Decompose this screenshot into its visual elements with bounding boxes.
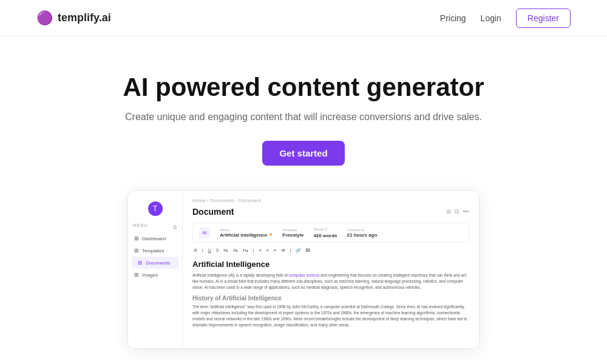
content-link[interactable]: computer science (289, 273, 320, 277)
sidebar-menu-label: MENU (133, 222, 148, 232)
doc-content-body-2: The term "artificial intelligence" was f… (192, 304, 469, 328)
documents-icon: ⊞ (138, 260, 143, 266)
meta-words: Words ⓘ 420 words (313, 227, 337, 238)
toolbar-list[interactable]: ≔ (279, 248, 287, 254)
doc-title: Document (192, 207, 234, 217)
toolbar-separator: | (251, 248, 256, 254)
meta-name: Name Artificial Intelligence ★ (220, 228, 273, 238)
doc-icon-more[interactable]: ••• (463, 208, 469, 215)
meta-star-icon: ★ (269, 232, 273, 237)
doc-header: Document ⊞ ⧉ ••• (192, 207, 469, 217)
sidebar-gear-icon[interactable]: ⚙ (172, 224, 177, 231)
doc-icon-grid[interactable]: ⊞ (446, 208, 451, 215)
app-main: Home › Documents › Document Document ⊞ ⧉… (183, 190, 479, 348)
sidebar-item-images[interactable]: ⊞ Images (128, 269, 182, 281)
sidebar-item-documents[interactable]: ⊞ Documents (132, 257, 178, 269)
toolbar-bold[interactable]: B (192, 248, 199, 254)
register-button[interactable]: Register (516, 8, 571, 28)
app-sidebar: T MENU ⚙ ⊞ Dashboard ⊞ Templates ⊞ Docum… (128, 190, 183, 348)
doc-section-title: History of Artificial Intelligence (192, 295, 469, 302)
toolbar: B I U S H₁ H₂ H₃ | ≡ ≡ ≡ ≔ | 🔗 🖼 (192, 248, 469, 254)
toolbar-h1[interactable]: H₁ (222, 248, 230, 254)
nav-login[interactable]: Login (481, 13, 501, 23)
doc-meta-icon: AI (199, 228, 210, 238)
toolbar-image[interactable]: 🖼 (304, 248, 312, 254)
breadcrumb: Home › Documents › Document (192, 198, 469, 203)
dashboard-icon: ⊞ (134, 235, 139, 241)
sidebar-item-dashboard[interactable]: ⊞ Dashboard (128, 232, 182, 244)
toolbar-h2[interactable]: H₂ (231, 248, 240, 254)
app-screenshot: T MENU ⚙ ⊞ Dashboard ⊞ Templates ⊞ Docum… (0, 190, 607, 364)
sidebar-logo-icon: T (148, 201, 163, 216)
toolbar-link[interactable]: 🔗 (294, 248, 303, 254)
doc-content-title: Artificial Intelligence (192, 260, 469, 269)
sidebar-logo: T (128, 199, 182, 222)
hero-title: AI powered content generator (12, 73, 595, 102)
nav-links: Pricing Login Register (440, 8, 571, 28)
toolbar-strikethrough[interactable]: S (214, 248, 221, 254)
meta-created: Created at 21 hours ago (347, 228, 378, 238)
meta-template: Template Freestyle (282, 228, 304, 238)
logo-icon: 🟣 (36, 10, 53, 26)
toolbar-h3[interactable]: H₃ (241, 248, 249, 254)
logo[interactable]: 🟣 templify.ai (36, 10, 111, 26)
doc-header-icons: ⊞ ⧉ ••• (446, 208, 469, 215)
get-started-button[interactable]: Get started (262, 141, 344, 166)
hero-subtitle: Create unique and engaging content that … (12, 112, 595, 123)
sidebar-item-templates[interactable]: ⊞ Templates (128, 244, 182, 257)
doc-icon-copy[interactable]: ⧉ (455, 208, 459, 215)
nav-pricing[interactable]: Pricing (440, 13, 466, 23)
toolbar-underline[interactable]: U (206, 248, 213, 254)
templates-icon: ⊞ (134, 248, 139, 254)
doc-meta-row: AI Name Artificial Intelligence ★ Templa… (192, 223, 469, 243)
hero-section: AI powered content generator Create uniq… (0, 36, 607, 190)
doc-content-body-1: Artificial Intelligence (AI) is a rapidl… (192, 272, 469, 290)
toolbar-align-left[interactable]: ≡ (257, 248, 263, 254)
navbar: 🟣 templify.ai Pricing Login Register (0, 0, 607, 36)
toolbar-italic[interactable]: I (200, 248, 205, 254)
toolbar-align-center[interactable]: ≡ (264, 248, 270, 254)
logo-text: templify.ai (58, 12, 111, 24)
toolbar-align-right[interactable]: ≡ (272, 248, 278, 254)
images-icon: ⊞ (134, 272, 139, 278)
app-frame: T MENU ⚙ ⊞ Dashboard ⊞ Templates ⊞ Docum… (127, 190, 480, 349)
toolbar-separator2: | (288, 248, 293, 254)
